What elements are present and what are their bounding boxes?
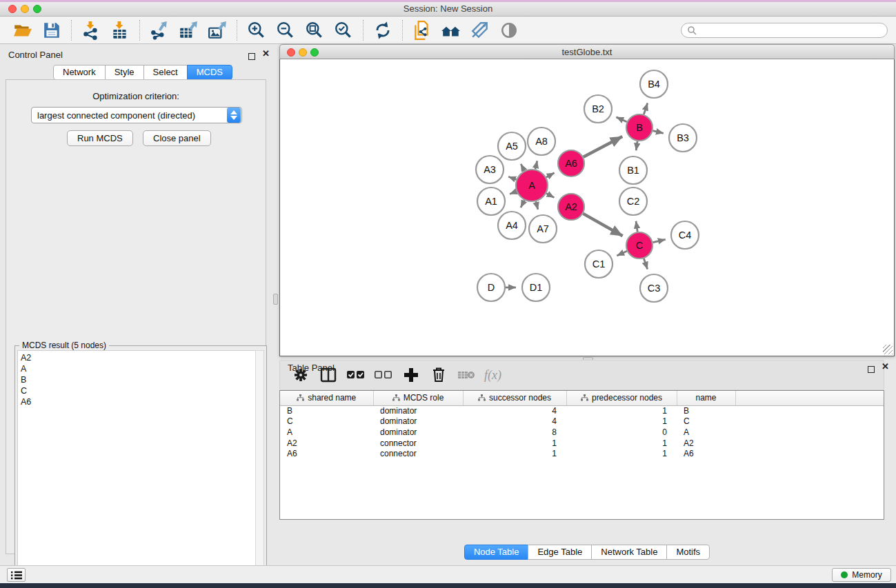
graph-node[interactable]: B [626,114,653,141]
col-header-successor-nodes[interactable]: successor nodes [463,391,566,405]
tab-select[interactable]: Select [143,65,188,80]
graph-node[interactable]: B2 [584,95,612,123]
export-network-icon[interactable] [149,21,170,40]
graph-edge[interactable] [653,131,663,134]
graph-node[interactable]: B3 [669,124,697,152]
import-network-icon[interactable] [81,21,101,40]
minimize-traffic-light[interactable] [21,5,29,13]
zoom-selected-icon[interactable] [333,21,354,40]
tab-mcds[interactable]: MCDS [187,65,232,80]
tab-network[interactable]: Network [53,65,106,80]
task-history-button[interactable] [7,568,26,582]
table-row[interactable]: Cdominator41C [280,416,884,427]
table-row[interactable]: A2connector11A2 [280,438,884,449]
graph-node[interactable]: A [516,170,548,201]
graph-edge[interactable] [583,214,622,236]
node-table[interactable]: shared name MCDS role successor nodes pr… [279,390,884,520]
graph-edge[interactable] [508,176,516,179]
close-table-panel-icon[interactable]: ✕ [882,363,889,371]
export-table-icon[interactable] [178,21,199,40]
memory-button[interactable]: Memory [832,568,891,582]
vertical-splitter-handle[interactable] [273,294,278,305]
run-mcds-button[interactable]: Run MCDS [67,130,133,146]
mcds-result-list[interactable]: A2ABCA6 [17,350,256,582]
graph-node[interactable]: A5 [498,132,526,160]
graph-node[interactable]: B4 [640,70,668,98]
delete-column-icon[interactable] [430,366,448,384]
zoom-in-icon[interactable] [246,21,267,40]
graph-edge[interactable] [644,103,648,115]
clone-network-icon[interactable] [412,21,432,40]
graph-node[interactable]: C4 [671,221,699,249]
tab-network-table[interactable]: Network Table [591,545,667,560]
zoom-out-icon[interactable] [275,21,296,40]
tab-edge-table[interactable]: Edge Table [528,545,592,560]
graph-edge[interactable] [521,200,524,207]
graph-node[interactable]: D [477,274,505,301]
mcds-result-item[interactable]: B [21,374,252,385]
network-close-light[interactable] [287,48,295,57]
graph-edge[interactable] [617,251,626,256]
search-input[interactable] [697,26,882,35]
table-row[interactable]: A6connector11A6 [280,448,884,459]
refresh-icon[interactable] [372,21,393,40]
show-hide-icon[interactable] [499,21,519,40]
criterion-dropdown[interactable]: largest connected component (directed) [31,107,242,123]
graph-edge[interactable] [546,173,555,178]
delete-table-icon[interactable] [457,366,475,384]
open-file-icon[interactable] [12,21,33,40]
network-graph[interactable]: AA1A3A5A8A4A7A6A2BB4B2B3B1CC2C4C1C3DD1 [280,59,894,355]
graph-node[interactable]: C2 [619,187,647,215]
graph-edge[interactable] [546,193,554,197]
col-header-predecessor-nodes[interactable]: predecessor nodes [566,391,677,405]
close-panel-icon[interactable]: ✕ [262,50,270,58]
window-resize-grip[interactable] [883,345,893,354]
mcds-result-item[interactable]: A [21,363,252,374]
graph-node[interactable]: A4 [498,212,526,239]
tab-motifs[interactable]: Motifs [666,545,710,560]
col-header-mcds-role[interactable]: MCDS role [373,391,463,405]
select-all-checkboxes-icon[interactable] [347,366,365,384]
graph-edge[interactable] [636,141,637,151]
graph-edge[interactable] [616,117,626,122]
float-table-panel-icon[interactable] [868,363,875,376]
network-minimize-light[interactable] [299,48,307,57]
graph-edge[interactable] [653,239,666,242]
zoom-traffic-light[interactable] [33,5,41,13]
mcds-result-item[interactable]: A2 [21,352,252,363]
graph-edge[interactable] [644,258,647,270]
search-field[interactable] [681,23,888,38]
table-row[interactable]: Adominator80A [280,427,884,438]
table-row[interactable]: Bdominator41B [280,405,884,416]
import-table-icon[interactable] [110,21,130,40]
save-session-icon[interactable] [41,21,62,40]
network-canvas[interactable]: AA1A3A5A8A4A7A6A2BB4B2B3B1CC2C4C1C3DD1 [279,59,895,356]
graph-node[interactable]: A6 [558,150,584,176]
graph-edge[interactable] [536,201,538,210]
network-window-titlebar[interactable]: testGlobe.txt [279,44,895,59]
graph-node[interactable]: A3 [476,156,504,183]
graph-edge[interactable] [636,221,637,232]
function-builder-icon[interactable]: f(x) [484,368,501,383]
graph-node[interactable]: C1 [585,250,613,278]
graph-node[interactable]: C [626,232,653,258]
graph-node[interactable]: D1 [522,274,550,301]
graph-edge[interactable] [521,164,524,171]
graph-node[interactable]: A1 [477,187,505,215]
export-image-icon[interactable] [207,21,228,40]
col-header-shared-name[interactable]: shared name [280,391,373,405]
close-panel-button[interactable]: Close panel [143,130,211,146]
graph-node[interactable]: A2 [558,194,584,220]
graph-edge[interactable] [584,136,623,157]
mcds-result-item[interactable]: A6 [21,396,252,407]
graph-node[interactable]: A7 [529,215,557,243]
tab-style[interactable]: Style [105,65,144,80]
close-traffic-light[interactable] [8,5,17,13]
graph-edge[interactable] [510,192,517,194]
annotations-icon[interactable] [470,21,490,40]
col-header-name[interactable]: name [677,391,735,405]
graph-node[interactable]: A8 [528,128,555,155]
mcds-result-item[interactable]: C [21,385,252,396]
first-neighbors-icon[interactable] [441,21,461,40]
network-zoom-light[interactable] [310,48,319,57]
